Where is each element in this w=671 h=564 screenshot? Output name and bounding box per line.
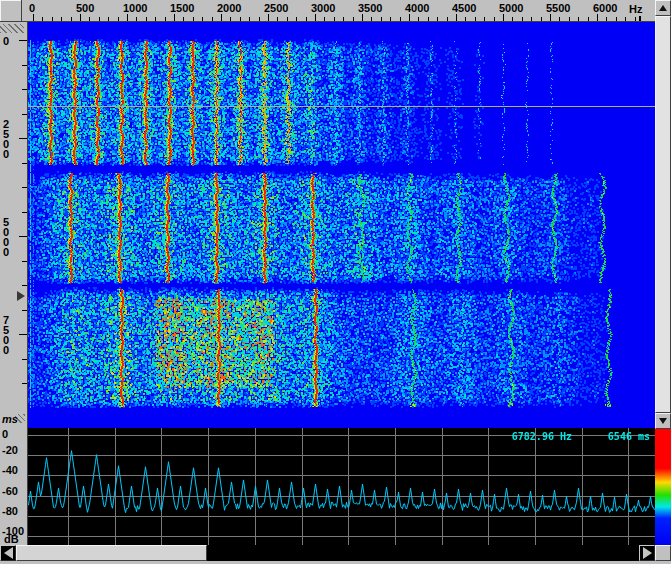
right-arrow-icon — [643, 547, 652, 559]
freq-tick-label: 6000 — [593, 2, 617, 14]
freq-minor-tick — [324, 17, 325, 21]
time-tick-label: 7500 — [3, 314, 9, 354]
vertical-scrollbar[interactable] — [655, 0, 671, 429]
time-minor-tick — [22, 65, 27, 66]
freq-minor-tick — [287, 17, 288, 21]
scroll-right-button[interactable] — [639, 545, 655, 561]
time-tick-label: 5000 — [3, 216, 9, 256]
freq-minor-tick — [183, 17, 184, 21]
scroll-left-button[interactable] — [0, 545, 16, 561]
freq-minor-tick — [240, 17, 241, 21]
cursor-frequency-readout: 6782.96 Hz — [512, 431, 572, 442]
time-major-tick — [19, 236, 27, 237]
db-tick-label: 0 — [2, 428, 8, 440]
freq-minor-tick — [512, 17, 513, 21]
time-cursor-marker[interactable] — [17, 291, 25, 301]
freq-minor-tick — [437, 17, 438, 21]
down-arrow-icon — [659, 418, 667, 424]
time-tick-label: 0 — [3, 35, 9, 45]
db-tick-label: -20 — [2, 444, 18, 456]
freq-cursor-marker — [639, 16, 641, 21]
freq-major-tick — [597, 14, 598, 21]
freq-minor-tick — [559, 17, 560, 21]
ruler-hatch-top — [0, 24, 24, 33]
time-minor-tick — [22, 212, 27, 213]
freq-tick-label: 2000 — [217, 2, 241, 14]
freq-major-tick — [33, 14, 34, 21]
freq-minor-tick — [61, 17, 62, 21]
time-minor-tick — [22, 310, 27, 311]
freq-tick-label: 5000 — [499, 2, 523, 14]
freq-minor-tick — [202, 17, 203, 21]
spectrogram-canvas[interactable] — [28, 22, 655, 428]
freq-minor-tick — [52, 17, 53, 21]
freq-minor-tick — [212, 17, 213, 21]
freq-minor-tick — [306, 17, 307, 21]
db-tick-label: -60 — [2, 485, 18, 497]
freq-minor-tick — [569, 17, 570, 21]
freq-major-tick — [268, 14, 269, 21]
freq-minor-tick — [400, 17, 401, 21]
freq-major-tick — [174, 14, 175, 21]
freq-minor-tick — [249, 17, 250, 21]
scroll-up-button[interactable] — [655, 0, 671, 16]
freq-minor-tick — [484, 17, 485, 21]
freq-minor-tick — [418, 17, 419, 21]
scroll-down-button[interactable] — [655, 413, 671, 429]
freq-minor-tick — [89, 17, 90, 21]
freq-minor-tick — [296, 17, 297, 21]
freq-tick-label: 4000 — [405, 2, 429, 14]
freq-tick-label: 5500 — [546, 2, 570, 14]
freq-minor-tick — [353, 17, 354, 21]
freq-minor-tick — [465, 17, 466, 21]
time-minor-tick — [22, 285, 27, 286]
freq-minor-tick — [578, 17, 579, 21]
cursor-time-readout: 6546 ms — [608, 431, 650, 442]
freq-minor-tick — [428, 17, 429, 21]
freq-minor-tick — [99, 17, 100, 21]
freq-minor-tick — [625, 17, 626, 21]
time-ruler: ms 0250050007500 — [0, 22, 28, 428]
frequency-ruler: Hz 0500100015002000250030003500400045005… — [0, 0, 655, 22]
freq-major-tick — [550, 14, 551, 21]
freq-tick-label: 1000 — [123, 2, 147, 14]
freq-minor-tick — [588, 17, 589, 21]
freq-minor-tick — [606, 17, 607, 21]
freq-minor-tick — [42, 17, 43, 21]
freq-unit-label: Hz — [629, 3, 642, 15]
freq-minor-tick — [193, 17, 194, 21]
freq-tick-label: 3500 — [358, 2, 382, 14]
freq-minor-tick — [390, 17, 391, 21]
horizontal-scrollbar[interactable] — [0, 545, 671, 561]
freq-major-tick — [127, 14, 128, 21]
freq-minor-tick — [230, 17, 231, 21]
freq-tick-label: 4500 — [452, 2, 476, 14]
time-minor-tick — [22, 89, 27, 90]
db-tick-label: -100 — [2, 525, 24, 537]
db-tick-label: -80 — [2, 505, 18, 517]
freq-minor-tick — [371, 17, 372, 21]
freq-tick-label: 500 — [76, 2, 94, 14]
freq-tick-label: 1500 — [170, 2, 194, 14]
intensity-colorbar — [655, 429, 671, 545]
spectrum-trace-canvas[interactable] — [28, 428, 655, 545]
freq-minor-tick — [522, 17, 523, 21]
freq-major-tick — [362, 14, 363, 21]
time-major-tick — [19, 40, 27, 41]
freq-minor-tick — [146, 17, 147, 21]
vertical-scroll-thumb[interactable] — [655, 16, 671, 413]
freq-minor-tick — [343, 17, 344, 21]
freq-minor-tick — [635, 17, 636, 21]
freq-minor-tick — [616, 17, 617, 21]
horizontal-scroll-thumb[interactable] — [16, 545, 207, 561]
time-minor-tick — [22, 359, 27, 360]
freq-minor-tick — [108, 17, 109, 21]
freq-minor-tick — [531, 17, 532, 21]
freq-minor-tick — [136, 17, 137, 21]
freq-major-tick — [456, 14, 457, 21]
freq-minor-tick — [118, 17, 119, 21]
freq-minor-tick — [447, 17, 448, 21]
time-unit-label: ms — [2, 413, 18, 425]
freq-minor-tick — [541, 17, 542, 21]
time-major-tick — [19, 138, 27, 139]
